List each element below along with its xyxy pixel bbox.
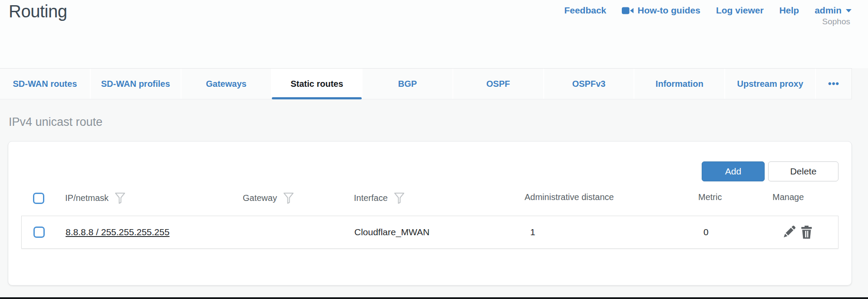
routing-tab-bar: SD-WAN routes SD-WAN profiles Gateways S… [0, 68, 852, 99]
chevron-down-icon [845, 9, 852, 13]
routing-page: Routing Feedback How-to guides Log viewe… [0, 0, 868, 299]
tab-static-routes[interactable]: Static routes [272, 69, 363, 99]
log-viewer-link-label: Log viewer [716, 5, 764, 16]
tab-information[interactable]: Information [634, 69, 725, 99]
column-header-admin-distance: Administrative distance [525, 192, 614, 202]
edit-pencil-icon[interactable] [782, 226, 795, 239]
ip-netmask-link[interactable]: 8.8.8.8 / 255.255.255.255 [66, 227, 169, 237]
table-row: 8.8.8.8 / 255.255.255.255 Cloudflare_MWA… [21, 216, 838, 249]
static-routes-card: Add Delete IP/netmask Gateway Interface … [8, 141, 852, 286]
column-header-admin-distance-label: Administrative distance [525, 192, 614, 202]
tab-ospfv3[interactable]: OSPFv3 [544, 69, 635, 99]
tab-sdwan-profiles[interactable]: SD-WAN profiles [91, 69, 182, 99]
help-link[interactable]: Help [779, 5, 799, 16]
cell-metric: 0 [703, 216, 709, 248]
tab-upstream-proxy[interactable]: Upstream proxy [725, 69, 816, 99]
page-title: Routing [9, 2, 67, 21]
tab-sdwan-routes[interactable]: SD-WAN routes [0, 69, 91, 99]
cell-admin-distance: 1 [530, 216, 535, 248]
filter-funnel-icon[interactable] [394, 192, 405, 204]
cell-interface: Cloudflare_MWAN [354, 216, 429, 248]
column-header-manage: Manage [772, 192, 804, 202]
admin-menu-label: admin [815, 5, 842, 16]
delete-button[interactable]: Delete [768, 161, 838, 181]
admin-distance-value: 1 [530, 227, 535, 237]
account-name: Sophos [822, 17, 850, 26]
tab-overflow-ellipsis[interactable]: ••• [816, 69, 851, 99]
howto-guides-link-label: How-to guides [637, 5, 700, 16]
column-header-metric: Metric [698, 192, 722, 202]
screen-bottom-edge [0, 297, 868, 299]
howto-guides-link[interactable]: How-to guides [622, 5, 700, 16]
filter-funnel-icon[interactable] [283, 192, 294, 204]
column-header-gateway-label: Gateway [243, 193, 277, 203]
feedback-link-label: Feedback [564, 5, 606, 16]
top-links: Feedback How-to guides Log viewer Help a… [564, 5, 852, 16]
interface-value: Cloudflare_MWAN [354, 227, 429, 237]
feedback-link[interactable]: Feedback [564, 5, 606, 16]
help-link-label: Help [779, 5, 799, 16]
tab-bgp[interactable]: BGP [363, 69, 453, 99]
section-title: IPv4 unicast route [9, 115, 102, 129]
select-all-checkbox[interactable] [33, 193, 44, 204]
cell-manage [782, 216, 812, 248]
column-header-gateway: Gateway [243, 192, 294, 204]
tab-gateways[interactable]: Gateways [182, 69, 272, 99]
column-header-ip-netmask-label: IP/netmask [65, 193, 109, 203]
column-header-metric-label: Metric [698, 192, 722, 202]
add-button[interactable]: Add [702, 161, 765, 181]
tab-ospf[interactable]: OSPF [453, 69, 544, 99]
filter-funnel-icon[interactable] [115, 192, 125, 204]
column-header-ip-netmask: IP/netmask [65, 192, 125, 204]
delete-trash-icon[interactable] [801, 226, 812, 239]
log-viewer-link[interactable]: Log viewer [716, 5, 764, 16]
column-header-interface-label: Interface [354, 193, 388, 203]
cell-ip-netmask: 8.8.8.8 / 255.255.255.255 [66, 216, 169, 248]
top-bar: Routing Feedback How-to guides Log viewe… [0, 0, 868, 68]
video-camera-icon [622, 7, 634, 15]
metric-value: 0 [703, 227, 709, 237]
column-header-interface: Interface [354, 192, 405, 204]
admin-menu[interactable]: admin [815, 5, 852, 16]
row-checkbox[interactable] [33, 227, 45, 238]
column-header-manage-label: Manage [772, 192, 804, 202]
